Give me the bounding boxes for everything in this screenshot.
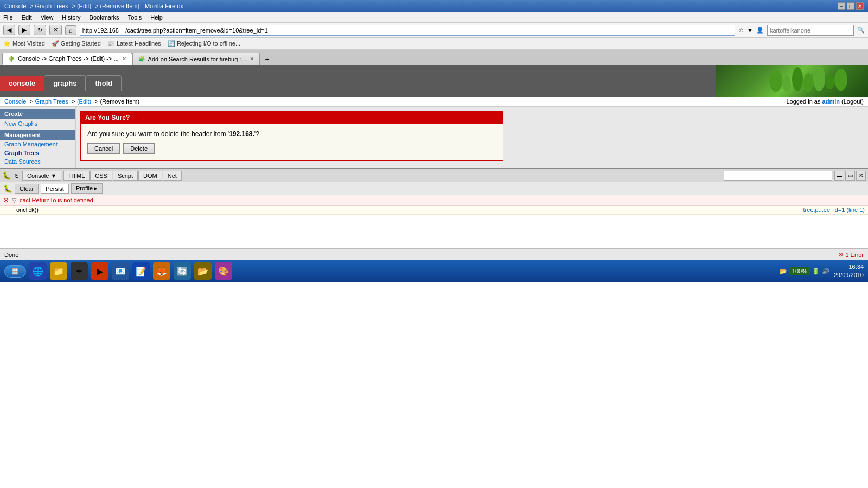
url-input[interactable] bbox=[80, 25, 735, 36]
breadcrumb-edit[interactable]: (Edit) bbox=[77, 98, 91, 105]
dialog-body: Are you sure you want to delete the head… bbox=[81, 124, 503, 160]
detail-call: onclick() bbox=[16, 207, 39, 213]
menu-tools[interactable]: Tools bbox=[128, 14, 142, 21]
sidebar-item-data-sources[interactable]: Data Sources bbox=[0, 157, 75, 166]
firebug-tab-net[interactable]: Net bbox=[163, 171, 182, 181]
search-icon[interactable]: 🔍 bbox=[857, 27, 865, 34]
latest-headlines-bookmark[interactable]: 📰 Latest Headlines bbox=[107, 40, 161, 47]
rejecting-io-bookmark[interactable]: 🔄 Rejecting I/O to offline... bbox=[168, 40, 240, 47]
taskbar-files-icon[interactable]: 📂 bbox=[194, 262, 212, 280]
dialog-header: Are You Sure? bbox=[81, 112, 503, 124]
tab-icon-addon: 🧩 bbox=[138, 56, 145, 62]
reload-button[interactable]: ↻ bbox=[34, 25, 46, 35]
nav-tab-thold[interactable]: thold bbox=[86, 75, 122, 91]
menu-view[interactable]: View bbox=[41, 14, 54, 21]
stop-button[interactable]: ✕ bbox=[49, 25, 62, 35]
browser-tabs: 🌵 Console -> Graph Trees -> (Edit) -> ..… bbox=[0, 50, 868, 65]
minimize-button[interactable]: − bbox=[838, 2, 845, 10]
admin-link[interactable]: admin bbox=[822, 98, 840, 105]
taskbar-paint-icon[interactable]: 🎨 bbox=[215, 262, 232, 280]
firebug-search-input[interactable] bbox=[724, 171, 832, 181]
user-icon: 👤 bbox=[756, 27, 764, 34]
firebug-controls: ▬ ▭ ✕ bbox=[834, 171, 866, 181]
firebug-ctrl-3[interactable]: ✕ bbox=[856, 171, 866, 181]
cancel-button[interactable]: Cancel bbox=[87, 143, 120, 154]
maximize-button[interactable]: □ bbox=[847, 2, 854, 10]
logout-link[interactable]: (Logout) bbox=[841, 98, 864, 105]
menu-file[interactable]: File bbox=[3, 14, 13, 21]
firebug-tab-dom[interactable]: DOM bbox=[138, 171, 162, 181]
menu-history[interactable]: History bbox=[62, 14, 80, 21]
breadcrumb-graph-trees[interactable]: Graph Trees bbox=[35, 98, 68, 105]
menu-edit[interactable]: Edit bbox=[22, 14, 32, 21]
zoom-badge: 100% bbox=[789, 267, 810, 275]
home-button[interactable]: ⌂ bbox=[65, 25, 76, 35]
firebug-pointer-icon[interactable]: 🖱 bbox=[14, 172, 20, 179]
firebug-tab-html[interactable]: HTML bbox=[63, 171, 90, 181]
forward-button[interactable]: ▶ bbox=[18, 25, 30, 35]
taskbar-firefox-icon[interactable]: 🦊 bbox=[153, 262, 170, 280]
firebug-panel: 🐛 🖱 Console ▼ HTML CSS Script DOM Net ▬ … bbox=[0, 168, 868, 248]
firebug-tab-script[interactable]: Script bbox=[113, 171, 138, 181]
status-bar: Done ⊗ 1 Error bbox=[0, 248, 868, 260]
taskbar: 🪟 🌐 📁 ✒ ▶ 📧 📝 🦊 🔄 📂 🎨 📂 100% 🔋 🔊 16:34 2… bbox=[0, 260, 868, 282]
svg-point-2 bbox=[792, 67, 803, 91]
bookmark-star-icon[interactable]: ▼ bbox=[747, 27, 753, 34]
taskbar-ie-icon[interactable]: 🌐 bbox=[29, 262, 47, 280]
breadcrumb-sep3: -> bbox=[93, 98, 100, 105]
menu-bookmarks[interactable]: Bookmarks bbox=[90, 14, 119, 21]
firebug-tabs: HTML CSS Script DOM Net bbox=[63, 171, 182, 181]
persist-button[interactable]: Persist bbox=[41, 184, 69, 194]
firebug-ctrl-2[interactable]: ▭ bbox=[845, 171, 855, 181]
menu-bar: File Edit View History Bookmarks Tools H… bbox=[0, 12, 868, 23]
most-visited-bookmark[interactable]: ⭐ Most Visited bbox=[3, 40, 45, 47]
profile-button[interactable]: Profile ▸ bbox=[71, 183, 103, 194]
tab-label-main: Console -> Graph Trees -> (Edit) -> ... bbox=[18, 55, 119, 62]
back-button[interactable]: ◀ bbox=[3, 25, 15, 35]
taskbar-folder-icon[interactable]: 📁 bbox=[50, 262, 67, 280]
taskbar-word-icon[interactable]: 📝 bbox=[132, 262, 150, 280]
date: 29/09/2010 bbox=[834, 271, 864, 279]
firebug-icon[interactable]: 🐛 bbox=[2, 171, 11, 180]
taskbar-email-icon[interactable]: 📧 bbox=[112, 262, 129, 280]
svg-point-0 bbox=[769, 70, 782, 92]
error-status-icon: ⊗ bbox=[838, 251, 843, 258]
bookmarks-bar: ⭐ Most Visited 🚀 Getting Started 📰 Lates… bbox=[0, 38, 868, 50]
star-icon[interactable]: ☆ bbox=[738, 27, 744, 34]
breadcrumb-sep1: -> bbox=[28, 98, 35, 105]
sidebar-item-new-graphs[interactable]: New Graphs bbox=[0, 119, 75, 128]
taskbar-pen-icon[interactable]: ✒ bbox=[71, 262, 88, 280]
sidebar-item-graph-trees[interactable]: Graph Trees bbox=[0, 149, 75, 157]
menu-help[interactable]: Help bbox=[150, 14, 163, 21]
nav-tab-graphs[interactable]: graphs bbox=[44, 75, 86, 91]
sidebar-item-graph-management[interactable]: Graph Management bbox=[0, 140, 75, 149]
detail-row: onclick() tree.p...ee_id=1 (line 1) bbox=[0, 206, 868, 215]
expand-icon[interactable]: ▽ bbox=[12, 197, 16, 204]
getting-started-bookmark[interactable]: 🚀 Getting Started bbox=[52, 40, 101, 47]
clear-button[interactable]: Clear bbox=[15, 184, 39, 194]
firebug-console-dropdown[interactable]: Console ▼ bbox=[22, 171, 61, 181]
nav-tab-console[interactable]: console bbox=[0, 76, 44, 91]
taskbar-media-icon[interactable]: ▶ bbox=[91, 262, 108, 280]
delete-button[interactable]: Delete bbox=[123, 143, 155, 154]
close-button[interactable]: ✕ bbox=[856, 2, 864, 10]
sidebar: Create New Graphs Management Graph Manag… bbox=[0, 107, 76, 168]
detail-link[interactable]: tree.p...ee_id=1 (line 1) bbox=[803, 207, 865, 213]
tab-close-main[interactable]: ✕ bbox=[122, 56, 126, 62]
search-input[interactable] bbox=[767, 25, 854, 36]
login-info: Logged in as admin (Logout) bbox=[786, 98, 864, 105]
start-button[interactable]: 🪟 bbox=[4, 265, 26, 278]
firebug-tab-css[interactable]: CSS bbox=[90, 171, 112, 181]
svg-point-6 bbox=[834, 69, 847, 91]
error-icon: ⊗ bbox=[3, 196, 9, 204]
breadcrumb-console[interactable]: Console bbox=[4, 98, 26, 105]
tab-addon[interactable]: 🧩 Add-on Search Results for firebug :...… bbox=[132, 53, 260, 65]
tab-main[interactable]: 🌵 Console -> Graph Trees -> (Edit) -> ..… bbox=[2, 53, 132, 65]
firebug-content: ⊗ ▽ cactiReturnTo is not defined onclick… bbox=[0, 195, 868, 248]
firebug-ctrl-1[interactable]: ▬ bbox=[834, 171, 844, 181]
error-row: ⊗ ▽ cactiReturnTo is not defined bbox=[0, 195, 868, 206]
new-tab-button[interactable]: + bbox=[262, 54, 273, 65]
tab-close-addon[interactable]: ✕ bbox=[250, 56, 254, 62]
battery-icon: 🔋 bbox=[812, 268, 820, 275]
taskbar-sync-icon[interactable]: 🔄 bbox=[174, 262, 191, 280]
